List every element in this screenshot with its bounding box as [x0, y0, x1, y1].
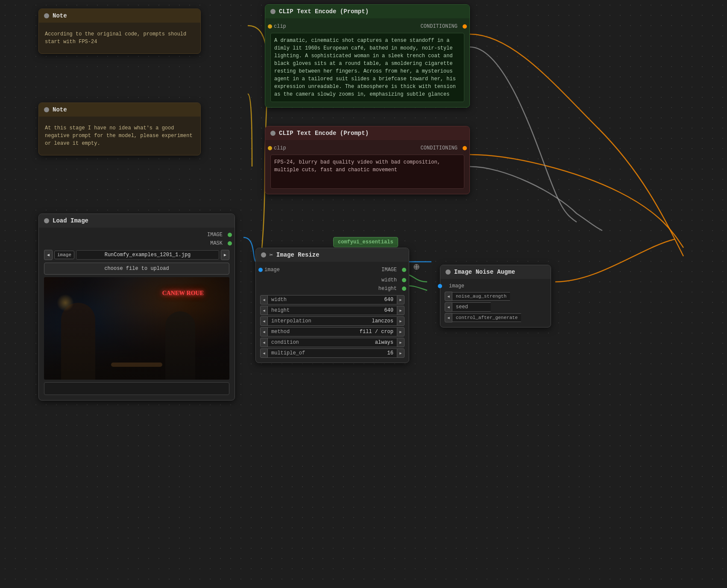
image-out-label: IMAGE	[207, 232, 223, 238]
cond-inc-btn[interactable]: ▶	[397, 338, 405, 347]
param-width: ◀ width 640 ▶	[260, 295, 405, 304]
mult-param-value: 16	[308, 348, 397, 358]
noise-param-3: ◀ control_after_generate	[445, 313, 546, 322]
table-surface	[111, 363, 162, 367]
image-noise-node: Image Noise Augme image ◀ noise_aug_stre…	[440, 265, 551, 328]
clip-positive-node: CLIP Text Encode (Prompt) clip CONDITION…	[265, 4, 470, 108]
clip-negative-conditioning-port	[463, 146, 467, 150]
width-param-value: 640	[306, 295, 397, 304]
neon-sign: CANEW ROUE	[162, 290, 204, 297]
param-multiple-of: ◀ multiple_of 16 ▶	[260, 348, 405, 358]
width-inc-btn[interactable]: ▶	[397, 295, 405, 304]
clip-negative-clip-label: clip	[274, 145, 286, 151]
note-dot-2	[44, 107, 49, 112]
note-header-1: Note	[39, 9, 200, 23]
clip-negative-text[interactable]: FPS-24, blurry bad quality video with ba…	[270, 155, 464, 189]
mult-dec-btn[interactable]: ◀	[260, 348, 268, 358]
note-header-2: Note	[39, 103, 200, 117]
clip-negative-clip-port-in	[268, 146, 272, 150]
load-image-title: Load Image	[53, 217, 88, 224]
upload-button[interactable]: choose file to upload	[44, 263, 229, 275]
clip-positive-title: CLIP Text Encode (Prompt)	[279, 8, 369, 15]
height-dec-btn[interactable]: ◀	[260, 306, 268, 315]
noise-param-2: ◀ seed	[445, 302, 546, 312]
image-prefix-label: image	[54, 251, 74, 259]
resize-height-out-port	[402, 287, 406, 291]
width-param-label: width	[268, 295, 306, 304]
mask-out-label: MASK	[210, 240, 223, 246]
image-noise-dot	[446, 269, 451, 275]
resize-width-out-label: width	[381, 277, 397, 283]
resize-image-out-port	[402, 268, 406, 272]
clip-positive-header: CLIP Text Encode (Prompt)	[265, 5, 469, 18]
height-inc-btn[interactable]: ▶	[397, 306, 405, 315]
image-resize-header: ✂️ Image Resize	[256, 248, 409, 262]
seed-label: seed	[452, 302, 491, 312]
noise-image-in-port	[438, 284, 442, 288]
figure-right	[165, 311, 195, 380]
height-param-value: 640	[306, 306, 397, 315]
method-inc-btn[interactable]: ▶	[397, 327, 405, 336]
canvas: Note According to the original code, pro…	[0, 0, 727, 588]
image-preview: CANEW ROUE	[44, 277, 229, 380]
param-interpolation: ◀ interpolation lanczos ▶	[260, 316, 405, 326]
clip-positive-clip-label: clip	[274, 23, 286, 29]
svg-point-0	[414, 264, 419, 269]
load-image-dot	[44, 218, 49, 223]
interp-param-value: lanczos	[315, 316, 397, 326]
clip-negative-dot	[270, 131, 276, 136]
image-resize-dot	[261, 252, 266, 257]
resize-image-in-port	[258, 268, 263, 272]
clip-positive-text[interactable]: A dramatic, cinematic shot captures a te…	[270, 33, 464, 102]
note-node-2: Note At this stage I have no idea what's…	[38, 102, 201, 155]
note-content-2: At this stage I have no idea what's a go…	[39, 120, 200, 152]
badge-text: comfyui_essentials	[338, 239, 393, 245]
mask-out-port	[228, 241, 232, 246]
image-resize-title: Image Resize	[276, 252, 320, 258]
method-param-label: method	[268, 327, 306, 336]
clip-positive-conditioning-label: CONDITIONING	[421, 23, 457, 29]
cond-param-value: always	[306, 338, 397, 347]
image-selector[interactable]: ◀ image RunComfy_examples_1201_1.jpg ▶	[44, 250, 229, 260]
mult-inc-btn[interactable]: ▶	[397, 348, 405, 358]
note-title-1: Note	[53, 12, 67, 19]
interp-dec-btn[interactable]: ◀	[260, 316, 268, 326]
ctrl-dec[interactable]: ◀	[445, 313, 452, 322]
clip-positive-conditioning-port	[463, 24, 467, 29]
resize-height-out-label: height	[378, 286, 397, 292]
ambient-light	[57, 294, 74, 311]
interp-inc-btn[interactable]: ▶	[397, 316, 405, 326]
note-node-1: Note According to the original code, pro…	[38, 9, 201, 54]
image-bottom-bar	[44, 382, 229, 395]
image-resize-node: ✂️ Image Resize image IMAGE width	[255, 248, 409, 363]
noise-str-label: noise_aug_strength	[452, 292, 510, 301]
param-height: ◀ height 640 ▶	[260, 306, 405, 315]
mult-param-label: multiple_of	[268, 348, 308, 358]
cond-param-label: condition	[268, 338, 306, 347]
scene-figures	[44, 308, 229, 380]
noise-param-1: ◀ noise_aug_strength	[445, 292, 546, 301]
load-image-header: Load Image	[39, 214, 235, 228]
image-prev-btn[interactable]: ◀	[44, 250, 53, 260]
image-resize-icon: ✂️	[270, 252, 273, 258]
figure-left	[61, 303, 95, 380]
noise-str-dec[interactable]: ◀	[445, 292, 452, 301]
cond-dec-btn[interactable]: ◀	[260, 338, 268, 347]
method-param-value: fill / crop	[306, 327, 397, 336]
image-next-btn[interactable]: ▶	[221, 250, 229, 260]
load-image-node: Load Image IMAGE MASK ◀ image RunComfy_e…	[38, 214, 235, 401]
clip-negative-title: CLIP Text Encode (Prompt)	[279, 130, 369, 137]
width-dec-btn[interactable]: ◀	[260, 295, 268, 304]
clip-positive-dot	[270, 9, 276, 14]
note-content-1: According to the original code, prompts …	[39, 26, 200, 50]
param-condition: ◀ condition always ▶	[260, 338, 405, 347]
image-noise-title: Image Noise Augme	[454, 269, 515, 275]
image-noise-header: Image Noise Augme	[440, 265, 551, 279]
param-method: ◀ method fill / crop ▶	[260, 327, 405, 336]
comfyui-essentials-badge: comfyui_essentials	[333, 237, 398, 247]
method-dec-btn[interactable]: ◀	[260, 327, 268, 336]
clip-negative-node: CLIP Text Encode (Prompt) clip CONDITION…	[265, 126, 470, 194]
resize-image-label: image	[264, 267, 280, 273]
image-name[interactable]: RunComfy_examples_1201_1.jpg	[76, 250, 219, 260]
seed-dec[interactable]: ◀	[445, 302, 452, 312]
